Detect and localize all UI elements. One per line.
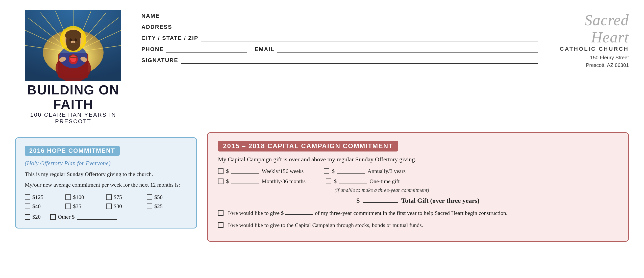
svg-point-29 xyxy=(70,55,76,62)
lower-section: 2016 HOPE COMMITMENT (Holy Offertory Pla… xyxy=(15,132,629,242)
other-row: $20 Other $ xyxy=(25,214,187,220)
onetime-note: (if unable to make a three-year commitme… xyxy=(334,187,429,193)
campaign-total: $ Total Gift (over three years) xyxy=(218,197,618,205)
checkbox-monthly[interactable] xyxy=(218,179,224,184)
hope-title: 2016 HOPE COMMITMENT xyxy=(25,146,120,156)
svg-point-24 xyxy=(69,38,72,41)
logo-text: BUILDING ON FAITH 100 CLARETIAN YEARS IN… xyxy=(15,83,131,125)
campaign-para1: I/we would like to give $ of my three-ye… xyxy=(218,209,618,217)
svg-point-25 xyxy=(75,38,77,41)
top-section: BUILDING ON FAITH 100 CLARETIAN YEARS IN… xyxy=(15,10,629,125)
other-amount-line xyxy=(77,214,117,220)
para2-text: I/we would like to give to the Capital C… xyxy=(228,221,423,229)
weekly-label: Weekly/156 weeks xyxy=(262,168,304,174)
checkbox-weekly[interactable] xyxy=(218,168,224,174)
hope-text1: This is my regular Sunday Offertory givi… xyxy=(25,170,187,178)
checkbox-firstyear[interactable] xyxy=(218,210,224,216)
option-monthly[interactable]: $ Monthly/36 months xyxy=(218,178,306,185)
address-row: ADDRESS xyxy=(141,24,538,30)
checkbox-other[interactable] xyxy=(50,214,56,220)
campaign-para2: I/we would like to give to the Capital C… xyxy=(218,221,618,229)
other-label: Other $ xyxy=(58,214,75,220)
amount-125[interactable]: $125 xyxy=(25,194,65,200)
campaign-intro: My Capital Campaign gift is over and abo… xyxy=(218,156,618,163)
name-label: NAME xyxy=(141,13,160,19)
checkbox-35[interactable] xyxy=(65,204,71,209)
amount-grid: $125 $100 $75 $50 $40 xyxy=(25,194,187,210)
signature-label: SIGNATURE xyxy=(141,57,178,64)
campaign-box: 2015 – 2018 CAPITAL CAMPAIGN COMMITMENT … xyxy=(207,132,629,242)
signature-row: SIGNATURE xyxy=(141,57,538,64)
annually-amount-line xyxy=(337,168,365,174)
hope-subtitle: (Holy Offertory Plan for Everyone) xyxy=(25,160,187,167)
checkbox-125[interactable] xyxy=(25,194,30,200)
page: BUILDING ON FAITH 100 CLARETIAN YEARS IN… xyxy=(0,0,644,278)
monthly-label: Monthly/36 months xyxy=(262,178,306,185)
total-label: Total Gift (over three years) xyxy=(401,197,480,204)
annually-label: Annually/3 years xyxy=(367,168,406,174)
amount-label-50: $50 xyxy=(154,194,163,200)
dollar-sign-1: $ xyxy=(226,168,229,174)
logo-image xyxy=(25,10,121,81)
svg-point-27 xyxy=(68,43,79,51)
onetime-amount-line xyxy=(339,179,367,184)
checkbox-onetime[interactable] xyxy=(326,179,331,184)
dollar-sign-total: $ xyxy=(356,197,360,204)
church-name-script: Sacred Heart xyxy=(548,11,629,46)
church-info: Sacred Heart CATHOLIC CHURCH 150 Fleury … xyxy=(548,10,629,69)
name-line xyxy=(162,13,538,19)
phone-line xyxy=(166,46,247,53)
city-line xyxy=(201,35,538,41)
church-address: 150 Fleury Street Prescott, AZ 86301 xyxy=(548,54,629,69)
checkbox-75[interactable] xyxy=(106,194,112,200)
building-on-faith-title: BUILDING ON FAITH xyxy=(15,83,131,112)
city-row: CITY / STATE / ZIP xyxy=(141,35,538,41)
name-row: NAME xyxy=(141,13,538,19)
email-line xyxy=(277,46,538,53)
amount-50[interactable]: $50 xyxy=(147,194,187,200)
option-onetime[interactable]: $ One-time gift (if unable to make a thr… xyxy=(326,178,429,193)
onetime-label: One-time gift xyxy=(369,178,400,185)
weekly-amount-line xyxy=(231,168,259,174)
checkbox-annually[interactable] xyxy=(324,168,329,174)
dollar-sign-4: $ xyxy=(334,178,337,185)
form-area: NAME ADDRESS CITY / STATE / ZIP PHONE EM… xyxy=(141,10,538,68)
amount-75[interactable]: $75 xyxy=(106,194,147,200)
amount-25[interactable]: $25 xyxy=(147,203,187,210)
checkbox-100[interactable] xyxy=(65,194,71,200)
option-weekly[interactable]: $ Weekly/156 weeks xyxy=(218,168,304,174)
campaign-row1: $ Weekly/156 weeks $ Annually/3 years xyxy=(218,168,618,174)
phone-label: PHONE xyxy=(141,46,164,53)
amount-35[interactable]: $35 xyxy=(65,203,106,210)
logo-subtitle: 100 CLARETIAN YEARS IN PRESCOTT xyxy=(15,112,131,125)
amount-label-75: $75 xyxy=(114,194,122,200)
checkbox-40[interactable] xyxy=(25,204,30,209)
checkbox-20[interactable] xyxy=(25,214,30,220)
signature-line xyxy=(181,57,538,64)
address-label: ADDRESS xyxy=(141,24,172,30)
amount-100[interactable]: $100 xyxy=(65,194,106,200)
amount-label-30: $30 xyxy=(114,203,122,210)
amount-label-40: $40 xyxy=(32,203,41,210)
checkbox-25[interactable] xyxy=(147,204,152,209)
city-label: CITY / STATE / ZIP xyxy=(141,35,198,41)
church-name-sub: CATHOLIC CHURCH xyxy=(548,46,629,52)
amount-30[interactable]: $30 xyxy=(106,203,147,210)
amount-40[interactable]: $40 xyxy=(25,203,65,210)
amount-label-20: $20 xyxy=(32,214,41,220)
para1-text: I/we would like to give $ of my three-ye… xyxy=(228,209,507,217)
campaign-row2: $ Monthly/36 months $ One-time gift (if … xyxy=(218,178,618,193)
amount-label-125: $125 xyxy=(32,194,43,200)
amount-label-100: $100 xyxy=(73,194,84,200)
checkbox-stocks[interactable] xyxy=(218,222,224,228)
phone-email-row: PHONE EMAIL xyxy=(141,46,538,53)
church-address-line2: Prescott, AZ 86301 xyxy=(586,62,629,68)
hope-text2: My/our new average commitment per week f… xyxy=(25,181,187,189)
checkbox-50[interactable] xyxy=(147,194,152,200)
logo-area: BUILDING ON FAITH 100 CLARETIAN YEARS IN… xyxy=(15,10,131,125)
option-annually[interactable]: $ Annually/3 years xyxy=(324,168,406,174)
hope-box: 2016 HOPE COMMITMENT (Holy Offertory Pla… xyxy=(15,137,197,229)
checkbox-30[interactable] xyxy=(106,204,112,209)
monthly-amount-line xyxy=(231,179,259,184)
email-label: EMAIL xyxy=(255,46,274,53)
